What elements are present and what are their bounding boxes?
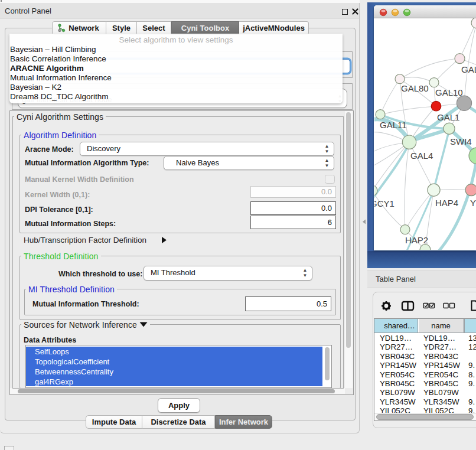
svg-text:HAP2: HAP2 [405,235,428,245]
svg-text:SWI4: SWI4 [450,136,472,146]
svg-text:YM: YM [470,198,476,208]
svg-text:GAL7: GAL7 [461,64,476,74]
svg-text:GAL1: GAL1 [437,112,459,122]
svg-text:GAL4: GAL4 [410,151,433,161]
svg-text:GAL11: GAL11 [380,120,407,130]
svg-text:GAL10: GAL10 [435,87,463,97]
svg-text:HAP4: HAP4 [435,198,458,208]
svg-text:GCY1: GCY1 [374,198,395,208]
svg-text:GAL80: GAL80 [401,83,429,93]
